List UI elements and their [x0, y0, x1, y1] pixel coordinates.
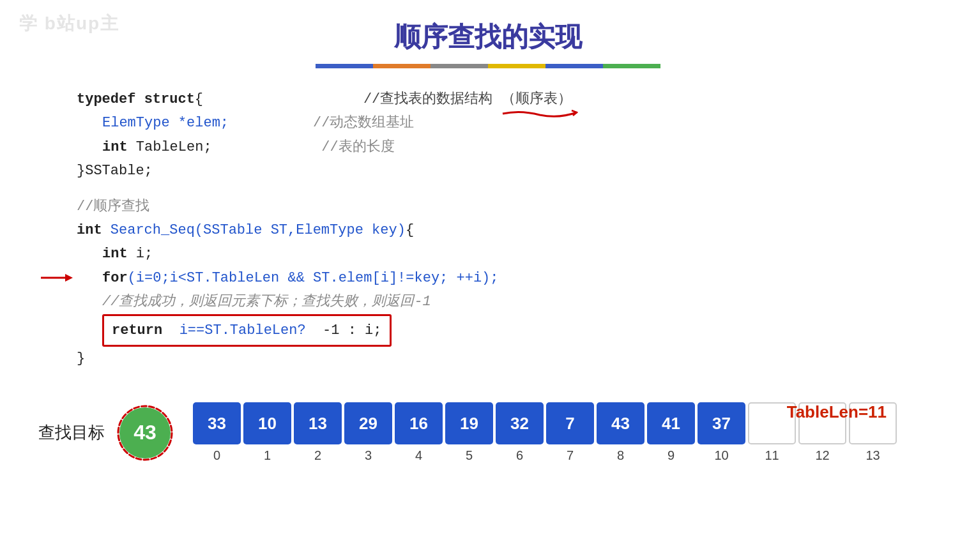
array-cell-10: 37: [698, 402, 745, 444]
func-signature: Search_Seq(SSTable ST,ElemType key): [111, 218, 406, 242]
annotation-cn: （顺序表）: [501, 91, 572, 107]
comment-elem: //动态数组基址: [313, 111, 414, 135]
array-index-0: 0: [193, 448, 241, 463]
red-arrow-svg: [40, 270, 73, 285]
array-index-9: 9: [647, 448, 695, 463]
search-label: 查找目标: [38, 421, 105, 444]
watermark: 学 b站up主: [19, 11, 119, 36]
array-index-5: 5: [445, 448, 493, 463]
comment-tablelen: //表的长度: [321, 135, 394, 159]
array-index-10: 10: [698, 448, 745, 463]
int-search-keyword: int: [77, 218, 102, 242]
comment-sequential: //顺序查找: [77, 195, 149, 218]
array-cell-2: 13: [294, 402, 342, 444]
array-index-2: 2: [294, 448, 342, 463]
array-cell-4: 16: [395, 402, 443, 444]
colorbar-seg-5: [545, 64, 603, 68]
close-brace: }: [77, 347, 85, 370]
for-arrow-marker: [40, 270, 73, 285]
color-bar: [38, 64, 938, 68]
int-i-keyword: int: [102, 242, 128, 266]
return-redbox: return i==ST.TableLen? -1 : i;: [102, 314, 392, 347]
array-index-8: 8: [597, 448, 644, 463]
colorbar-seg-6: [603, 64, 660, 68]
array-cell-7: 7: [546, 402, 594, 444]
for-content: (i=0;i<ST.TableLen && ST.elem[i]!=key; +…: [128, 266, 499, 290]
colorbar-seg-1: [316, 64, 373, 68]
for-keyword: for: [102, 266, 128, 290]
return-content-blue: i==ST.TableLen?: [179, 322, 306, 338]
code-line-sstable: }SSTable;: [77, 159, 938, 183]
tablelen-label: TableLen=11: [787, 402, 887, 422]
comment-struct: //查找表的数据结构: [363, 91, 501, 107]
svg-marker-1: [65, 274, 73, 282]
code-area: typedef struct{ //查找表的数据结构 （顺序表）: [77, 87, 938, 370]
target-circle-wrapper: 43: [116, 404, 174, 462]
array-cell-0: 33: [193, 402, 241, 444]
array-index-6: 6: [496, 448, 544, 463]
array-cell-9: 41: [647, 402, 695, 444]
code-line-int-i: int i;: [77, 242, 938, 266]
tablelen-field: TableLen;: [136, 135, 212, 159]
return-values: -1 : i;: [323, 322, 381, 338]
array-index-4: 4: [395, 448, 443, 463]
int-i-var: i;: [136, 242, 153, 266]
code-line-close: }: [77, 347, 938, 370]
code-line-elemtype: ElemType *elem; //动态数组基址: [77, 111, 938, 135]
comment-return: //查找成功，则返回元素下标；查找失败，则返回-1: [102, 290, 431, 314]
target-circle: 43: [119, 407, 171, 458]
colorbar-seg-2: [373, 64, 431, 68]
array-index-12: 12: [798, 448, 846, 463]
array-cell-8: 43: [597, 402, 644, 444]
code-line-tablelen: int TableLen; //表的长度: [77, 135, 938, 159]
code-line-for: for (i=0;i<ST.TableLen && ST.elem[i]!=ke…: [77, 266, 938, 290]
page-container: 学 b站up主 顺序查找的实现 typedef struct{ //查找表的数据…: [0, 0, 976, 560]
code-line-func: int Search_Seq(SSTable ST,ElemType key){: [77, 218, 938, 242]
typedef-keyword: typedef: [77, 87, 135, 111]
array-index-7: 7: [546, 448, 594, 463]
array-indices: 012345678910111213: [193, 448, 897, 463]
return-keyword: return: [112, 322, 162, 338]
code-line-comment-seq: //顺序查找: [77, 195, 938, 218]
code-line-typedef: typedef struct{ //查找表的数据结构 （顺序表）: [77, 87, 938, 111]
struct-keyword: struct: [144, 87, 195, 111]
code-line-return: return i==ST.TableLen? -1 : i;: [77, 314, 938, 347]
array-cell-1: 10: [243, 402, 291, 444]
colorbar-seg-4: [488, 64, 545, 68]
int-keyword-tablelen: int: [102, 135, 128, 159]
array-index-11: 11: [748, 448, 796, 463]
array-index-1: 1: [243, 448, 291, 463]
code-line-comment-return: //查找成功，则返回元素下标；查找失败，则返回-1: [77, 290, 938, 314]
array-cell-3: 29: [344, 402, 392, 444]
array-index-13: 13: [849, 448, 897, 463]
sstable-close: }SSTable;: [77, 159, 153, 183]
elemtype-ptr: ElemType *elem;: [102, 111, 229, 135]
array-index-3: 3: [344, 448, 392, 463]
colorbar-seg-3: [431, 64, 488, 68]
array-cell-5: 19: [445, 402, 493, 444]
page-title: 顺序查找的实现: [38, 19, 938, 55]
array-cell-6: 32: [496, 402, 544, 444]
bottom-section: TableLen=11 查找目标 43 33101329161932743413…: [38, 402, 938, 463]
